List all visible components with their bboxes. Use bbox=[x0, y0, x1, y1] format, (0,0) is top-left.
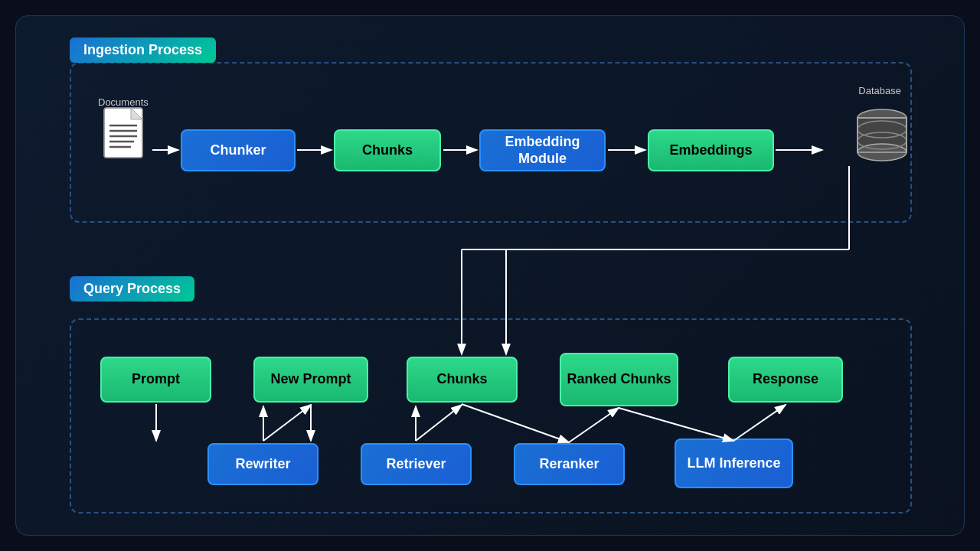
chunks-query-node: Chunks bbox=[407, 357, 518, 403]
chunker-node: Chunker bbox=[181, 129, 296, 171]
embedding-module-node: Embedding Module bbox=[479, 129, 606, 171]
database-icon bbox=[855, 106, 909, 164]
prompt-node: Prompt bbox=[100, 357, 211, 403]
ingestion-label: Ingestion Process bbox=[70, 37, 216, 63]
llm-inference-node: LLM Inference bbox=[675, 439, 793, 488]
ranked-chunks-node: Ranked Chunks bbox=[560, 353, 678, 406]
new-prompt-node: New Prompt bbox=[253, 357, 368, 403]
chunks-ingestion-node: Chunks bbox=[334, 129, 441, 171]
reranker-node: Reranker bbox=[514, 443, 625, 485]
main-container: Ingestion Process Query Process Document… bbox=[15, 15, 965, 536]
embeddings-node: Embeddings bbox=[648, 129, 774, 171]
database-label: Database bbox=[858, 85, 901, 96]
document-icon bbox=[100, 106, 150, 164]
query-label: Query Process bbox=[70, 276, 194, 302]
rewriter-node: Rewriter bbox=[207, 443, 318, 485]
retriever-node: Retriever bbox=[361, 443, 472, 485]
response-node: Response bbox=[728, 357, 843, 403]
